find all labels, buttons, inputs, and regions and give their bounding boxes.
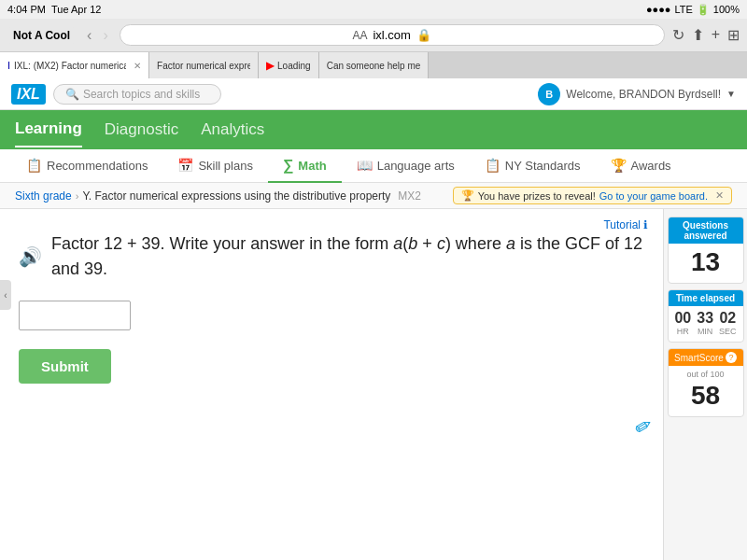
- timer-minutes: 33 MIN: [697, 310, 713, 336]
- timer-min-label: MIN: [698, 327, 713, 336]
- tab-math-label: Math: [298, 159, 326, 173]
- breadcrumb-separator: ›: [76, 190, 79, 202]
- breadcrumb-code: MX2: [398, 189, 421, 203]
- tab-ixl[interactable]: I IXL: (MX2) Factor numerical expr... ✕: [0, 52, 149, 78]
- timer-hr-value: 00: [674, 310, 691, 327]
- tab-languagearts[interactable]: 📖 Language arts: [342, 149, 470, 183]
- main-area: Tutorial ℹ 🔊 Factor 12 + 39. Write your …: [0, 209, 747, 560]
- share-icon[interactable]: ⬆: [692, 26, 704, 44]
- nav-item-analytics[interactable]: Analytics: [201, 113, 264, 147]
- browser-actions: ↻ ⬆ + ⊞: [672, 26, 740, 44]
- nystandards-icon: 📋: [485, 158, 500, 173]
- nav-item-diagnostic[interactable]: Diagnostic: [105, 113, 178, 147]
- prize-banner: 🏆 You have prizes to reveal! Go to your …: [453, 187, 732, 204]
- timer-min-value: 33: [697, 310, 713, 327]
- smart-score-sub: out of 100: [672, 370, 740, 379]
- ixl-search[interactable]: 🔍 Search topics and skills: [53, 84, 221, 105]
- tutorial-label: Tutorial: [603, 218, 641, 231]
- carrier-label: LTE: [675, 4, 693, 15]
- aa-label: AA: [352, 29, 367, 42]
- tab-factor[interactable]: Factor numerical expressions usi...: [149, 52, 259, 78]
- tab-skillplans[interactable]: 📅 Skill plans: [162, 149, 268, 183]
- nav-bar: Learning Diagnostic Analytics: [0, 110, 747, 149]
- subject-tabs: 📋 Recommendations 📅 Skill plans ∑ Math 📖…: [0, 149, 747, 183]
- tab-loading-label: Loading: [277, 61, 311, 71]
- collapse-arrow[interactable]: ‹: [0, 280, 11, 310]
- app-name: Not A Cool: [7, 27, 76, 44]
- prize-text: You have prizes to reveal!: [478, 190, 596, 202]
- timer-hr-label: HR: [677, 327, 689, 336]
- tab-recommendations-label: Recommendations: [47, 159, 148, 173]
- avatar: B: [538, 83, 560, 105]
- awards-icon: 🏆: [611, 158, 627, 173]
- browser-tabs: I IXL: (MX2) Factor numerical expr... ✕ …: [0, 52, 747, 78]
- prize-close[interactable]: ✕: [715, 189, 724, 202]
- tab-loading[interactable]: ▶ Loading: [259, 52, 319, 78]
- skillplans-icon: 📅: [177, 158, 193, 173]
- questions-answered-card: Questions answered 13: [668, 217, 744, 284]
- smart-score-label: SmartScore: [674, 353, 724, 363]
- reload-icon[interactable]: ↻: [672, 26, 684, 44]
- user-info: B Welcome, BRANDON Byrdsell! ▼: [538, 83, 736, 105]
- tab-nystandards-label: NY Standards: [505, 159, 581, 173]
- smart-score-help[interactable]: ?: [726, 352, 737, 363]
- ixl-logo[interactable]: IXL: [11, 84, 46, 105]
- dropdown-icon[interactable]: ▼: [726, 89, 736, 99]
- address-bar[interactable]: AA ixl.com 🔒: [120, 24, 665, 46]
- search-placeholder: Search topics and skills: [83, 88, 200, 101]
- prize-link[interactable]: Go to your game board.: [599, 190, 708, 202]
- status-bar: 4:04 PM Tue Apr 12 ●●●● LTE 🔋 100%: [0, 0, 747, 19]
- tab-math[interactable]: ∑ Math: [268, 149, 342, 183]
- forward-button[interactable]: ›: [99, 25, 111, 46]
- breadcrumb-bar: ‹ Sixth grade › Y. Factor numerical expr…: [0, 183, 747, 209]
- nav-item-learning[interactable]: Learning: [15, 112, 82, 147]
- tab-help-label: Can someone help me with this p...: [327, 61, 420, 71]
- new-tab-icon[interactable]: +: [712, 26, 720, 44]
- answer-input[interactable]: [19, 301, 131, 330]
- battery-icon: 🔋: [697, 4, 710, 16]
- tutorial-link[interactable]: Tutorial ℹ: [603, 218, 648, 231]
- tab-awards[interactable]: 🏆 Awards: [596, 149, 686, 183]
- tutorial-info-icon: ℹ: [643, 218, 648, 231]
- tab-skillplans-label: Skill plans: [198, 159, 253, 173]
- tab-awards-label: Awards: [631, 159, 671, 173]
- grid-icon[interactable]: ⊞: [727, 26, 740, 44]
- tab-ixl-close[interactable]: ✕: [134, 61, 141, 71]
- submit-button[interactable]: Submit: [19, 349, 111, 384]
- tab-ixl-icon: I: [7, 60, 10, 71]
- signal-icon: ●●●●: [646, 4, 671, 15]
- battery-level: 100%: [713, 4, 740, 15]
- math-icon: ∑: [283, 157, 293, 174]
- side-panel: Questions answered 13 Time elapsed 00 HR…: [663, 209, 747, 560]
- nav-buttons[interactable]: ‹ ›: [83, 25, 112, 46]
- question-text: 🔊 Factor 12 + 39. Write your answer in t…: [19, 231, 644, 282]
- tab-loading-icon: ▶: [266, 60, 274, 72]
- questions-answered-header: Questions answered: [669, 217, 743, 244]
- user-greeting: Welcome, BRANDON Byrdsell!: [566, 88, 721, 101]
- recommendations-icon: 📋: [26, 158, 42, 173]
- timer-seconds: 02 SEC: [719, 310, 737, 336]
- lock-icon: 🔒: [416, 28, 431, 42]
- status-day: Tue Apr 12: [51, 4, 101, 15]
- time-elapsed-header: Time elapsed: [669, 290, 743, 306]
- tab-nystandards[interactable]: 📋 NY Standards: [470, 149, 596, 183]
- back-button[interactable]: ‹: [83, 25, 95, 46]
- tab-languagearts-label: Language arts: [377, 159, 455, 173]
- timer-hours: 00 HR: [674, 310, 691, 336]
- prize-icon: 🏆: [461, 189, 474, 202]
- tab-help[interactable]: Can someone help me with this p...: [319, 52, 429, 78]
- pencil-icon[interactable]: ✏: [630, 412, 657, 441]
- smart-score-value: 58: [672, 381, 740, 411]
- languagearts-icon: 📖: [357, 158, 373, 173]
- question-body: Factor 12 + 39. Write your answer in the…: [51, 231, 644, 282]
- search-icon: 🔍: [65, 88, 79, 101]
- smart-score-card: SmartScore ? out of 100 58: [668, 348, 744, 417]
- tab-recommendations[interactable]: 📋 Recommendations: [11, 149, 162, 183]
- timer-sec-label: SEC: [719, 327, 737, 336]
- tab-ixl-label: IXL: (MX2) Factor numerical expr...: [14, 61, 126, 71]
- audio-icon[interactable]: 🔊: [19, 243, 42, 271]
- status-time: 4:04 PM: [7, 4, 46, 15]
- time-elapsed-card: Time elapsed 00 HR 33 MIN 02 SEC: [668, 289, 744, 343]
- questions-answered-value: 13: [672, 247, 740, 277]
- breadcrumb-grade[interactable]: Sixth grade: [15, 189, 72, 203]
